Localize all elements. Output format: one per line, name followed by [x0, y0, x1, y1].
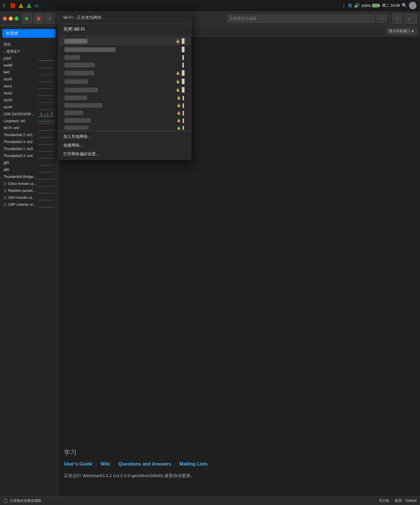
wifi-dropdown-title: Wi-Fi：正在查找网络... [63, 15, 186, 20]
lock-icon: 🔒 [177, 111, 181, 115]
learn-separator-2: · [114, 461, 115, 467]
list-item[interactable]: p2p0 [0, 55, 58, 62]
volume-icon[interactable]: 🔊 [354, 3, 360, 8]
capture-section-title: 捕获 [0, 41, 58, 48]
restart-capture-button[interactable]: ↺ [45, 14, 55, 24]
wifi-signal-icon: ▌ [183, 96, 185, 100]
users-guide-link[interactable]: User's Guide [64, 461, 92, 467]
wiki-link[interactable]: Wiki [101, 461, 110, 467]
lock-icon: 🔒 [176, 88, 180, 92]
version-text: 正在运行 Wireshark3.2.2 (v3.2.2-0-ga3efece3d… [64, 472, 414, 479]
welcome-button[interactable]: 欢迎使 [2, 29, 55, 38]
list-item[interactable]: ⊙ UDP Listener remote capture: udpdump [0, 201, 58, 208]
list-item[interactable]: utun1 [0, 83, 58, 90]
list-item[interactable]: ⊙ SSH remote capture: sshdump [0, 194, 58, 201]
wifi-icon[interactable]: ⌘ [348, 3, 352, 8]
list-item[interactable]: Thunderbolt 2: en1 [0, 131, 58, 138]
wifi-turn-off-button[interactable]: 关闭 Wi-Fi [58, 25, 192, 36]
list-item[interactable]: utun3 [0, 97, 58, 104]
list-item[interactable]: Thunderbolt 4: en2 [0, 138, 58, 145]
close-button[interactable] [3, 17, 7, 21]
menu-app-icon-3 [25, 2, 33, 9]
list-item[interactable]: gif0 [0, 159, 58, 166]
svg-text:⚡: ⚡ [374, 5, 376, 7]
join-other-network-button[interactable]: 加入其他网络... [58, 132, 192, 141]
remote-capture-icon: ⊙ [3, 181, 7, 186]
user-avatar[interactable] [409, 2, 417, 9]
create-network-button[interactable]: 创建网络... [58, 141, 192, 150]
window-controls [3, 17, 19, 21]
list-item[interactable]: stf0 [0, 166, 58, 173]
list-item[interactable]: Thunderbolt Bridge: bridge0 [0, 173, 58, 180]
list-item[interactable]: ⊙ Cisco remote capture: ciscodump [0, 180, 58, 187]
list-item[interactable]: USB 10/100/1000 LAN: en7 [0, 111, 58, 118]
svg-text:↺: ↺ [48, 16, 52, 21]
wifi-network-item[interactable]: ██ ██ ██ ███ ▌ [59, 61, 191, 69]
lock-icon: 🔒 [176, 39, 180, 43]
wifi-signal-icon: ▌ [183, 126, 185, 130]
lock-icon: 🔒 [177, 118, 181, 122]
menu-icon-group: W [9, 2, 41, 9]
stop-capture-button[interactable] [34, 14, 44, 24]
learn-separator-3: · [175, 461, 176, 467]
wifi-network-list: ████ ██ 🔒 ▊ P████ VJDI ██ ██ █ █ █ ▊ ███… [58, 37, 192, 130]
status-ready: 已准备好加载或捕获 [3, 498, 41, 503]
wifi-network-item[interactable]: wi-█ ██ ██.a 🔒 ▌ [59, 117, 191, 124]
file-icon [3, 499, 8, 503]
list-item[interactable]: Thunderbolt 1: en3 [0, 145, 58, 152]
svg-marker-6 [26, 17, 29, 20]
lock-icon: 🔒 [176, 71, 180, 75]
minimize-button[interactable] [9, 17, 13, 21]
wifi-network-item[interactable]: ██ 22__ ███G 🔒 ▊ [59, 69, 191, 77]
list-item[interactable]: llw0 [0, 69, 58, 76]
datetime: 周二 16:06 [382, 3, 400, 8]
wifi-signal-icon: ▌ [183, 111, 185, 115]
wifi-dropdown-header: Wi-Fi：正在查找网络... [58, 14, 192, 24]
svg-rect-3 [379, 5, 380, 6]
search-icon[interactable]: 🔍 [402, 3, 407, 8]
wifi-network-item[interactable]: rD█ ████ ██ 09r█ 🔒 ▌ [59, 102, 191, 109]
wifi-network-item[interactable]: █████ ▌ [59, 54, 191, 61]
status-no-filter: 无分组 [379, 498, 389, 503]
filter-bar-label: 应用显示过滤器 ... [230, 16, 260, 21]
list-item[interactable]: Loopback: lo0 [0, 118, 58, 125]
wifi-network-item[interactable]: P████ VJDI ██ ██ █ █ █ ▊ [59, 45, 191, 54]
svg-rect-0 [10, 3, 15, 8]
battery-percent: 100% [361, 3, 371, 8]
capture-subtitle: ...使用这个 [0, 48, 58, 55]
list-item[interactable]: Thunderbolt 3: en4 [0, 152, 58, 159]
wifi-network-item[interactable]: ██████ 🔒 ▌ [59, 109, 191, 117]
list-item[interactable]: awdl0 [0, 62, 58, 69]
list-item[interactable]: ⊙ Random packet generator: randpkt [0, 187, 58, 194]
battery-icon: ⚡ [372, 3, 380, 8]
list-item[interactable]: utun2 [0, 90, 58, 97]
wifi-network-item[interactable]: ██-██ ██ ████ 🔒 ▊ [59, 86, 191, 94]
open-network-prefs-button[interactable]: 打开网络偏好设置... [58, 150, 192, 158]
mailing-lists-link[interactable]: Mailing Lists [180, 461, 208, 467]
wifi-signal-icon: ▌ [182, 55, 185, 60]
sidebar: 欢迎使 捕获 ...使用这个 p2p0 awdl0 llw0 utun0 utu… [0, 26, 58, 496]
more-options-button[interactable]: » [404, 14, 417, 24]
list-item[interactable]: utun0 [0, 76, 58, 83]
status-bar: 已准备好加载或捕获 无分组 配置：Default [0, 496, 420, 505]
maximize-button[interactable] [15, 17, 19, 21]
learn-section: 学习 User's Guide · Wiki · Questions and A… [64, 448, 414, 479]
wifi-network-item[interactable]: ████ ██ 🔒 ▊ [59, 37, 191, 45]
show-all-interfaces-button[interactable]: 显示所有接口 ▼ [386, 28, 417, 35]
filter-bar[interactable]: 应用显示过滤器 ... [227, 15, 375, 23]
questions-answers-link[interactable]: Questions and Answers [119, 461, 171, 467]
filter-arrow-button[interactable]: → [377, 15, 387, 23]
add-filter-button[interactable]: + [393, 14, 403, 24]
start-capture-button[interactable] [22, 14, 32, 24]
wifi-network-item[interactable]: ████████ 🔒 ▌ [59, 124, 191, 130]
wifi-signal-icon: ▌ [183, 118, 185, 123]
menu-app-icon-1 [9, 2, 17, 9]
wifi-signal-icon: ▊ [182, 47, 185, 52]
list-item[interactable]: utun4 [0, 104, 58, 111]
svg-text:»: » [408, 17, 410, 21]
apple-menu-icon[interactable]:  [3, 3, 6, 9]
list-item[interactable]: Wi-Fi: en0 [0, 125, 58, 131]
wifi-network-item[interactable]: ███ ██ ██ 🔒 ▊ [59, 77, 191, 86]
wifi-signal-icon: ▊ [182, 70, 185, 76]
wifi-network-item[interactable]: ██ ███R█ 🔒 ▌ [59, 94, 191, 102]
